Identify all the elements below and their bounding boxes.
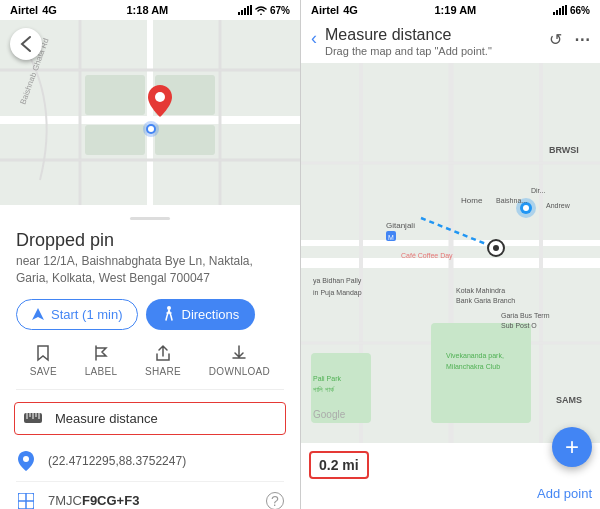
measure-icon-container (23, 413, 43, 423)
pin-address: near 12/1A, Baishnabghata Bye Ln, Naktal… (16, 253, 284, 287)
svg-rect-46 (431, 323, 531, 423)
pluscode-main: F9CG+F3 (82, 493, 139, 508)
svg-text:Dir...: Dir... (531, 187, 545, 194)
pluscode-label: 7MJCF9CG+F3 (48, 493, 254, 508)
download-action-label: DOWNLOAD (209, 366, 270, 377)
save-action[interactable]: SAVE (30, 344, 57, 377)
svg-rect-37 (565, 5, 567, 15)
svg-point-54 (493, 245, 499, 251)
start-label: Start (1 min) (51, 307, 123, 322)
right-map: Vivekananda park, Milanchakra Club Pali … (301, 63, 600, 509)
pluscode-prefix: 7MJC (48, 493, 82, 508)
right-network-label: 4G (343, 4, 358, 16)
svg-text:Google: Google (313, 409, 346, 420)
svg-point-29 (23, 456, 29, 462)
left-panel: Airtel 4G 1:18 AM 67% (0, 0, 300, 509)
undo-button[interactable]: ↺ (549, 30, 562, 49)
ruler-icon (24, 413, 42, 423)
top-actions: ↺ ⋯ (549, 30, 590, 49)
svg-text:Garia Bus Term: Garia Bus Term (501, 312, 550, 319)
action-buttons: Start (1 min) Directions (16, 299, 284, 330)
measure-subtitle: Drag the map and tap "Add point." (325, 45, 541, 57)
svg-rect-2 (244, 8, 246, 15)
svg-rect-0 (238, 12, 240, 15)
left-map: Baishnab Ghata Rd (0, 20, 300, 205)
svg-text:Kotak Mahindra: Kotak Mahindra (456, 287, 505, 294)
right-status-right: 66% (553, 5, 590, 16)
fab-plus-button[interactable]: + (552, 427, 592, 467)
fab-icon: + (565, 435, 579, 459)
sheet-handle (130, 217, 170, 220)
current-location-dot (142, 120, 160, 142)
svg-rect-35 (559, 8, 561, 15)
right-panel: Airtel 4G 1:19 AM 66% ‹ Measure distance… (301, 0, 600, 509)
svg-text:Home: Home (461, 196, 483, 205)
more-options-button[interactable]: ⋯ (574, 30, 590, 49)
pluscode-item[interactable]: 7MJCF9CG+F3 ? (16, 482, 284, 509)
right-status-left: Airtel 4G (311, 4, 358, 16)
svg-marker-21 (32, 308, 44, 320)
svg-text:Baishna...: Baishna... (496, 197, 527, 204)
navigate-icon (31, 307, 45, 321)
right-battery-label: 66% (570, 5, 590, 16)
measure-title-content: Measure distance Drag the map and tap "A… (325, 26, 541, 57)
measure-title: Measure distance (325, 26, 541, 44)
network-label: 4G (42, 4, 57, 16)
add-point-label: Add point (537, 486, 592, 501)
back-button[interactable]: ‹ (311, 28, 317, 49)
right-signal-icon (553, 5, 567, 15)
measure-distance-label: Measure distance (55, 411, 277, 426)
left-status-right: 67% (238, 5, 290, 16)
coordinates-label: (22.4712295,88.3752247) (48, 454, 284, 468)
carrier-label: Airtel (10, 4, 38, 16)
bottom-sheet: Dropped pin near 12/1A, Baishnabghata By… (0, 205, 300, 509)
bookmark-icon (34, 344, 52, 362)
download-action[interactable]: DOWNLOAD (209, 344, 270, 377)
directions-label: Directions (182, 307, 240, 322)
start-button[interactable]: Start (1 min) (16, 299, 138, 330)
svg-point-17 (155, 92, 165, 102)
coordinates-item[interactable]: (22.4712295,88.3752247) (16, 441, 284, 482)
left-status-bar: Airtel 4G 1:18 AM 67% (0, 0, 300, 20)
left-status-left: Airtel 4G (10, 4, 57, 16)
svg-rect-14 (85, 125, 145, 155)
download-icon (230, 344, 248, 362)
pluscode-help[interactable]: ? (266, 492, 284, 509)
save-action-label: SAVE (30, 366, 57, 377)
svg-text:ya Bidhan Pally: ya Bidhan Pally (313, 277, 362, 285)
add-point-button[interactable]: Add point (537, 486, 592, 501)
label-action[interactable]: LABEL (85, 344, 118, 377)
svg-rect-36 (562, 6, 564, 15)
svg-text:Andrew: Andrew (546, 202, 571, 209)
svg-text:Pali Park: Pali Park (313, 375, 342, 382)
share-icon (154, 344, 172, 362)
directions-button[interactable]: Directions (146, 299, 256, 330)
svg-rect-3 (247, 6, 249, 15)
location-pin-icon (18, 451, 34, 471)
signal-icon (238, 5, 252, 15)
svg-point-20 (148, 126, 154, 132)
measure-distance-item[interactable]: Measure distance (14, 402, 286, 435)
icon-actions-row: SAVE LABEL SHARE DOWNLOAD (16, 344, 284, 390)
svg-rect-12 (85, 75, 145, 115)
right-map-bg: Vivekananda park, Milanchakra Club Pali … (301, 63, 600, 443)
svg-rect-33 (553, 12, 555, 15)
distance-value: 0.2 mi (319, 457, 359, 473)
share-action[interactable]: SHARE (145, 344, 181, 377)
right-status-bar: Airtel 4G 1:19 AM 66% (301, 0, 600, 20)
location-icon-container (16, 451, 36, 471)
svg-point-57 (523, 205, 529, 211)
svg-text:Bank Garia Branch: Bank Garia Branch (456, 297, 515, 304)
chevron-down-icon (20, 35, 32, 53)
svg-rect-34 (556, 10, 558, 15)
time-label: 1:18 AM (127, 4, 169, 16)
svg-text:M: M (388, 234, 394, 241)
map-back-button[interactable] (10, 28, 42, 60)
svg-text:Gitanjali: Gitanjali (386, 221, 415, 230)
svg-text:Sub Post O: Sub Post O (501, 322, 537, 329)
svg-text:পালি পার্ক: পালি পার্ক (313, 386, 335, 393)
svg-text:BRWSI: BRWSI (549, 145, 579, 155)
grid-icon-container (16, 493, 36, 509)
battery-label: 67% (270, 5, 290, 16)
svg-rect-1 (241, 10, 243, 15)
